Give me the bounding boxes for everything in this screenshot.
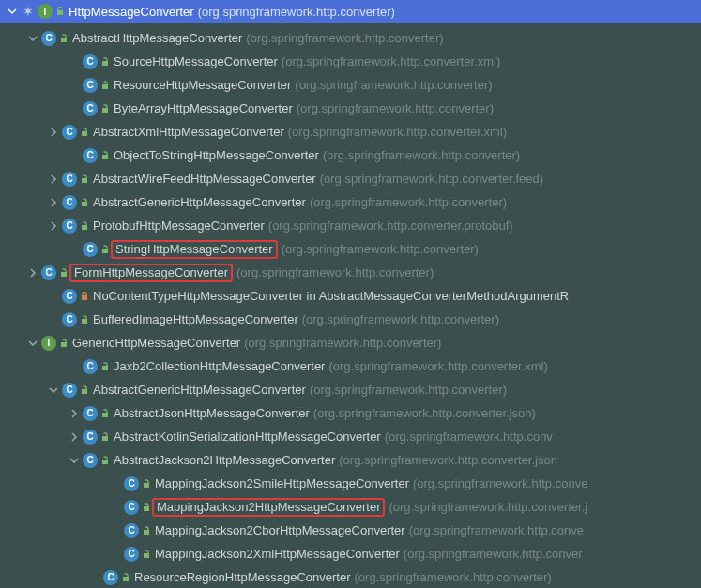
class-icon: C — [83, 359, 98, 374]
class-name[interactable]: HttpMessageConverter — [69, 5, 194, 19]
tree-row[interactable]: CAbstractKotlinSerializationHttpMessageC… — [0, 425, 701, 448]
class-name[interactable]: AbstractWireFeedHttpMessageConverter — [93, 172, 316, 186]
class-name[interactable]: Jaxb2CollectionHttpMessageConverter — [114, 359, 325, 373]
tree-row[interactable]: CAbstractJackson2HttpMessageConverter(or… — [0, 448, 701, 472]
unlock-icon — [100, 362, 110, 371]
class-name[interactable]: AbstractKotlinSerializationHttpMessageCo… — [114, 430, 381, 444]
tree-row[interactable]: CResourceHttpMessageConverter(org.spring… — [0, 73, 701, 97]
tree-row[interactable]: CObjectToStringHttpMessageConverter(org.… — [0, 143, 701, 167]
class-name[interactable]: MappingJackson2XmlHttpMessageConverter — [155, 547, 400, 561]
class-name[interactable]: AbstractGenericHttpMessageConverter — [93, 195, 306, 209]
unlock-icon — [142, 550, 151, 559]
class-icon: C — [83, 54, 98, 69]
unlock-icon — [100, 57, 110, 67]
tree-row[interactable]: CSourceHttpMessageConverter(org.springfr… — [0, 50, 701, 73]
tree-row[interactable]: CMappingJackson2XmlHttpMessageConverter(… — [0, 542, 701, 565]
unlock-icon — [100, 81, 110, 90]
package-label: (org.springframework.http.converter) — [302, 312, 499, 326]
class-name[interactable]: ObjectToStringHttpMessageConverter — [114, 148, 319, 162]
package-label: (org.springframework.http.converter) — [355, 570, 552, 584]
class-name[interactable]: AbstractXmlHttpMessageConverter — [93, 125, 284, 139]
class-name[interactable]: AbstractGenericHttpMessageConverter — [93, 383, 306, 397]
class-name[interactable]: AbstractJsonHttpMessageConverter — [114, 406, 310, 420]
class-name[interactable]: AbstractJackson2HttpMessageConverter — [114, 453, 335, 467]
class-icon: C — [41, 265, 56, 280]
tree-row[interactable]: CAbstractXmlHttpMessageConverter(org.spr… — [0, 120, 701, 143]
chevron-down-icon[interactable] — [47, 384, 60, 397]
package-label: (org.springframework.http.converter) — [295, 78, 492, 92]
tree-row[interactable]: CMappingJackson2SmileHttpMessageConverte… — [0, 472, 701, 495]
package-label: (org.springframework.http.conv — [385, 430, 553, 444]
chevron-down-icon[interactable] — [26, 32, 39, 45]
class-icon: C — [124, 523, 139, 538]
hierarchy-header: ✶ I HttpMessageConverter (org.springfram… — [0, 0, 701, 23]
class-hierarchy-tree: CAbstractHttpMessageConverter(org.spring… — [0, 23, 701, 588]
chevron-right-icon[interactable] — [47, 173, 60, 186]
package-label: (org.springframework.http.converter) — [323, 148, 520, 162]
svg-rect-13 — [82, 319, 87, 324]
package-label: (org.springframework.http.converter.j — [389, 500, 587, 514]
unlock-icon — [80, 221, 89, 231]
tree-row[interactable]: CStringHttpMessageConverter(org.springfr… — [0, 237, 701, 261]
class-icon: C — [83, 148, 98, 163]
arrow-placeholder — [109, 501, 122, 514]
arrow-placeholder — [109, 548, 122, 561]
class-name[interactable]: NoContentTypeHttpMessageConverter in Abs… — [93, 289, 569, 303]
svg-rect-6 — [102, 155, 108, 159]
class-name[interactable]: ProtobufHttpMessageConverter — [93, 219, 265, 233]
tree-row[interactable]: CNoContentTypeHttpMessageConverter in Ab… — [0, 284, 701, 308]
package-label: (org.springframework.http.converter.xml) — [288, 125, 507, 139]
chevron-right-icon[interactable] — [47, 196, 60, 209]
class-icon: C — [124, 547, 139, 562]
class-name[interactable]: ResourceHttpMessageConverter — [114, 78, 291, 92]
svg-rect-15 — [102, 366, 108, 370]
class-name[interactable]: FormHttpMessageConverter — [69, 264, 233, 282]
class-icon: C — [62, 219, 77, 234]
arrow-placeholder — [68, 102, 81, 115]
class-name[interactable]: StringHttpMessageConverter — [111, 240, 278, 259]
class-name[interactable]: BufferedImageHttpMessageConverter — [93, 312, 298, 326]
class-name[interactable]: ByteArrayHttpMessageConverter — [114, 101, 293, 115]
tree-row[interactable]: CResourceRegionHttpMessageConverter(org.… — [0, 565, 701, 588]
class-name[interactable]: ResourceRegionHttpMessageConverter — [134, 570, 351, 584]
unlock-icon — [55, 7, 65, 16]
tree-row[interactable]: CAbstractHttpMessageConverter(org.spring… — [0, 26, 701, 50]
tree-row[interactable]: CMappingJackson2HttpMessageConverter(org… — [0, 495, 701, 519]
tree-row[interactable]: CMappingJackson2CborHttpMessageConverter… — [0, 519, 701, 542]
svg-rect-9 — [82, 225, 87, 230]
tree-row[interactable]: CFormHttpMessageConverter(org.springfram… — [0, 261, 701, 284]
tree-row[interactable]: CAbstractWireFeedHttpMessageConverter(or… — [0, 167, 701, 190]
arrow-placeholder — [88, 571, 101, 584]
class-name[interactable]: SourceHttpMessageConverter — [114, 54, 278, 68]
tree-row[interactable]: CAbstractGenericHttpMessageConverter(org… — [0, 378, 701, 401]
chevron-right-icon[interactable] — [68, 407, 81, 420]
class-icon: C — [62, 172, 77, 187]
package-label: (org.springframework.http.converter) — [297, 101, 494, 115]
tree-row[interactable]: CBufferedImageHttpMessageConverter(org.s… — [0, 308, 701, 331]
class-name[interactable]: AbstractHttpMessageConverter — [72, 31, 242, 45]
package-label: (org.springframework.http.converter.feed… — [320, 172, 543, 186]
tree-row[interactable]: IGenericHttpMessageConverter(org.springf… — [0, 331, 701, 354]
chevron-down-icon[interactable] — [26, 337, 39, 350]
tree-row[interactable]: CByteArrayHttpMessageConverter(org.sprin… — [0, 97, 701, 120]
chevron-right-icon[interactable] — [47, 219, 60, 233]
chevron-right-icon[interactable] — [68, 430, 81, 444]
class-name[interactable]: MappingJackson2CborHttpMessageConverter — [155, 523, 405, 537]
class-name[interactable]: MappingJackson2SmileHttpMessageConverter — [155, 476, 409, 490]
arrow-placeholder — [47, 313, 60, 326]
svg-rect-22 — [144, 530, 149, 535]
tree-row[interactable]: CJaxb2CollectionHttpMessageConverter(org… — [0, 354, 701, 378]
class-name[interactable]: GenericHttpMessageConverter — [72, 336, 240, 350]
package-label: (org.springframework.http.converter) — [310, 195, 507, 209]
chevron-right-icon[interactable] — [26, 266, 39, 279]
class-icon: C — [83, 406, 98, 421]
svg-rect-5 — [82, 131, 87, 136]
package-label: (org.springframework.http.converter.json — [339, 453, 557, 467]
chevron-right-icon[interactable] — [47, 126, 60, 139]
chevron-down-icon[interactable] — [68, 454, 81, 467]
tree-row[interactable]: CAbstractGenericHttpMessageConverter(org… — [0, 190, 701, 214]
tree-row[interactable]: CAbstractJsonHttpMessageConverter(org.sp… — [0, 401, 701, 425]
class-name[interactable]: MappingJackson2HttpMessageConverter — [152, 498, 385, 517]
expand-arrow-icon[interactable] — [6, 5, 19, 18]
tree-row[interactable]: CProtobufHttpMessageConverter(org.spring… — [0, 214, 701, 237]
